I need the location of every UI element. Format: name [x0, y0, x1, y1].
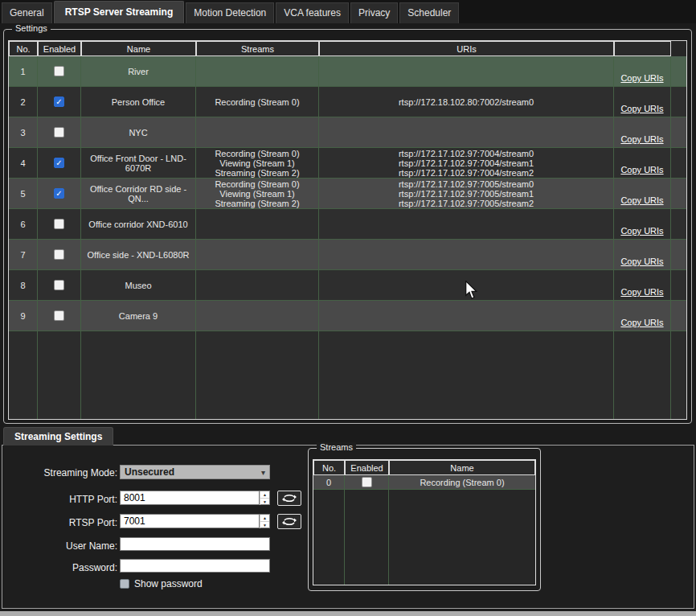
- camera-name: Office corridor XND-6010: [81, 209, 196, 240]
- stepper-down-icon[interactable]: ▼: [260, 522, 269, 528]
- streams-groupbox: Streams No.EnabledName 0Recording (Strea…: [308, 448, 541, 591]
- tab-general[interactable]: General: [2, 2, 52, 23]
- table-row[interactable]: 4✓Office Front Door - LND-6070RRecording…: [9, 148, 686, 179]
- column-header: Streams: [196, 41, 319, 56]
- copy-uris-link[interactable]: Copy URIs: [620, 195, 663, 205]
- copy-uris-cell: Copy URIs: [614, 117, 671, 148]
- refresh-icon: [282, 494, 297, 503]
- settings-group-title: Settings: [12, 23, 51, 33]
- enabled-checkbox[interactable]: [54, 219, 64, 229]
- enabled-cell: [38, 209, 81, 240]
- copy-uris-link[interactable]: Copy URIs: [620, 165, 663, 175]
- stream-enabled-cell: [345, 475, 389, 490]
- enabled-checkbox[interactable]: [54, 249, 64, 260]
- stepper-down-icon[interactable]: ▼: [260, 499, 269, 505]
- column-header: No.: [313, 460, 345, 475]
- enabled-checkbox[interactable]: ✓: [54, 97, 64, 107]
- table-row[interactable]: 8MuseoCopy URIs: [9, 270, 686, 301]
- enabled-checkbox[interactable]: [362, 477, 372, 487]
- enabled-cell: ✓: [38, 87, 81, 117]
- tab-motion-detection[interactable]: Motion Detection: [186, 2, 274, 23]
- uris-cell: [319, 240, 614, 270]
- enabled-checkbox[interactable]: [54, 127, 64, 138]
- column-header: Name: [389, 460, 535, 475]
- streams-cell: [196, 240, 319, 270]
- camera-name: River: [81, 56, 196, 87]
- http-port-stepper[interactable]: ▲▼: [259, 491, 270, 505]
- copy-uris-cell: Copy URIs: [614, 179, 671, 209]
- uris-cell: [319, 56, 614, 87]
- http-port-refresh-button[interactable]: [277, 491, 301, 506]
- table-row[interactable]: 6Office corridor XND-6010Copy URIs: [9, 209, 686, 240]
- rtsp-port-input[interactable]: [120, 514, 259, 528]
- tab-scheduler[interactable]: Scheduler: [399, 2, 459, 23]
- row-number: 2: [9, 87, 38, 117]
- streaming-settings-panel: Streaming Mode: Unsecured ▾ HTTP Port: ▲…: [2, 445, 694, 609]
- column-header: Name: [81, 41, 196, 56]
- table-row[interactable]: 2✓Person OfficeRecording (Stream 0)rtsp:…: [9, 87, 686, 117]
- enabled-checkbox[interactable]: [54, 66, 64, 76]
- row-filler: [671, 331, 686, 419]
- row-number: 3: [9, 117, 38, 148]
- camera-name: Museo: [81, 270, 196, 301]
- http-port-input[interactable]: [120, 491, 259, 505]
- enabled-cell: [38, 270, 81, 301]
- row-number: 9: [9, 301, 38, 331]
- table-row[interactable]: 9Camera 9Copy URIs: [9, 301, 686, 331]
- uris-cell: rtsp://172.17.102.97:7004/stream0rtsp://…: [319, 148, 614, 179]
- stream-enabled-filler: [345, 490, 389, 585]
- streaming-mode-value: Unsecured: [125, 466, 174, 478]
- tab-rtsp-server-streaming[interactable]: RTSP Server Streaming: [54, 1, 185, 23]
- copy-uris-link[interactable]: Copy URIs: [620, 318, 663, 327]
- table-row[interactable]: 1RiverCopy URIs: [9, 56, 686, 87]
- row-filler: [671, 301, 686, 331]
- copy-uris-link[interactable]: Copy URIs: [620, 104, 663, 113]
- tab-privacy[interactable]: Privacy: [350, 2, 398, 23]
- table-row[interactable]: 3NYCCopy URIs: [9, 117, 686, 148]
- enabled-checkbox[interactable]: ✓: [54, 188, 64, 199]
- uris-cell: [319, 209, 614, 240]
- row-filler: [671, 148, 686, 179]
- camera-name: Camera 9: [81, 301, 196, 331]
- column-header: No.: [9, 41, 38, 56]
- rtsp-port-refresh-button[interactable]: [277, 514, 301, 529]
- row-number: 5: [9, 179, 38, 209]
- show-password-label: Show password: [134, 578, 203, 589]
- tab-streaming-settings[interactable]: Streaming Settings: [3, 427, 113, 446]
- chevron-down-icon: ▾: [261, 468, 265, 477]
- streaming-mode-select[interactable]: Unsecured ▾: [120, 465, 270, 479]
- tab-bar: GeneralRTSP Server StreamingMotion Detec…: [0, 0, 696, 23]
- copy-uris-link[interactable]: Copy URIs: [620, 73, 663, 83]
- rtsp-port-label: RTSP Port:: [10, 517, 117, 528]
- row-filler: [671, 179, 686, 209]
- user-name-input[interactable]: [120, 537, 270, 551]
- enabled-checkbox[interactable]: ✓: [54, 158, 64, 168]
- row-number: 1: [9, 56, 38, 87]
- uris-cell: rtsp://172.18.102.80:7002/stream0: [319, 87, 614, 117]
- show-password-checkbox[interactable]: [120, 579, 129, 589]
- streams-cell: [196, 270, 319, 301]
- tab-vca-features[interactable]: VCA features: [276, 2, 349, 23]
- copy-uris-link[interactable]: Copy URIs: [620, 134, 663, 144]
- uris-cell: [319, 270, 614, 301]
- enabled-checkbox[interactable]: [54, 280, 64, 290]
- stream-row[interactable]: 0Recording (Stream 0): [313, 475, 535, 490]
- copy-uris-cell-filler: [614, 331, 671, 419]
- stepper-up-icon[interactable]: ▲: [260, 515, 269, 522]
- copy-uris-link[interactable]: Copy URIs: [620, 287, 663, 297]
- streams-table: No.EnabledName 0Recording (Stream 0): [313, 459, 536, 585]
- copy-uris-link[interactable]: Copy URIs: [620, 226, 663, 236]
- table-row[interactable]: 5✓Office Corridor RD side - QN...Recordi…: [9, 179, 686, 209]
- copy-uris-cell: Copy URIs: [614, 56, 671, 87]
- copy-uris-link[interactable]: Copy URIs: [620, 257, 663, 266]
- enabled-checkbox[interactable]: [54, 310, 64, 321]
- enabled-cell: [38, 301, 81, 331]
- camera-name: NYC: [81, 117, 196, 148]
- password-input[interactable]: [120, 559, 270, 573]
- rtsp-port-stepper[interactable]: ▲▼: [259, 514, 270, 528]
- camera-name-filler: [81, 331, 196, 419]
- table-row[interactable]: 7Office side - XND-L6080RCopy URIs: [9, 240, 686, 270]
- stepper-up-icon[interactable]: ▲: [260, 491, 269, 499]
- uris-cell-filler: [319, 331, 614, 419]
- password-label: Password:: [10, 562, 117, 573]
